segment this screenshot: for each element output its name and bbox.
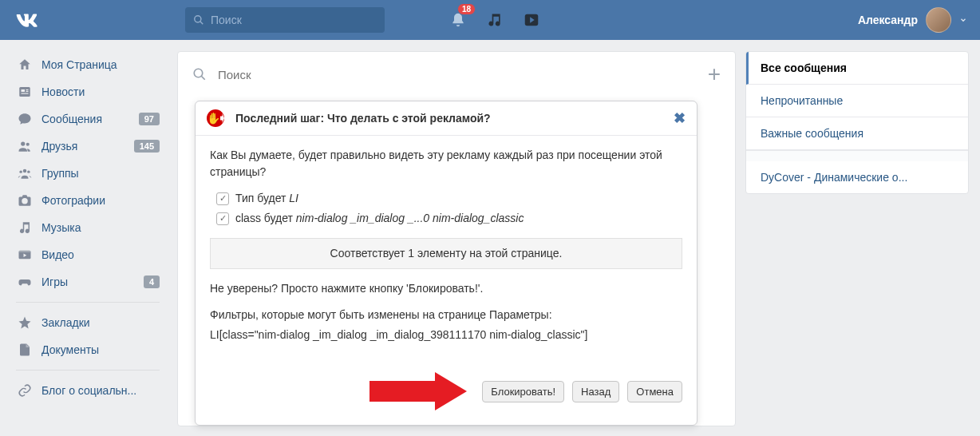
news-icon xyxy=(16,83,34,101)
dialog-header: ✋ Последний шаг: Что делать с этой рекла… xyxy=(196,101,697,136)
sidebar-badge: 4 xyxy=(144,275,160,288)
sidebar-item-bookmarks[interactable]: Закладки xyxy=(8,309,168,336)
svg-point-8 xyxy=(21,141,25,145)
sidebar-item-messages[interactable]: Сообщения 97 xyxy=(8,105,168,133)
sidebar-item-label: Закладки xyxy=(41,316,90,329)
user-name: Александр xyxy=(858,14,918,26)
dialog-checkbox-class[interactable]: ✓ class будет nim-dialog _im_dialog _...… xyxy=(216,210,682,227)
messages-icon xyxy=(16,110,34,128)
notifications-badge: 18 xyxy=(457,3,476,15)
link-icon xyxy=(16,382,34,399)
topbar-icons: 18 xyxy=(449,10,541,30)
home-icon xyxy=(16,56,34,73)
back-button[interactable]: Назад xyxy=(572,381,619,402)
music-icon[interactable] xyxy=(485,10,504,30)
dialog-filters-label: Фильтры, которые могут быть изменены на … xyxy=(210,307,682,323)
sidebar-item-blog[interactable]: Блог о социальн... xyxy=(8,377,168,404)
sidebar-item-label: Группы xyxy=(41,167,79,180)
sidebar-item-photos[interactable]: Фотографии xyxy=(8,187,168,214)
groups-icon xyxy=(16,164,34,182)
sidebar-badge: 145 xyxy=(134,140,160,153)
svg-rect-4 xyxy=(22,89,26,92)
sidebar-item-news[interactable]: Новости xyxy=(8,78,168,105)
chevron-down-icon xyxy=(959,16,967,24)
friends-icon xyxy=(16,137,34,155)
svg-point-13 xyxy=(23,200,26,203)
svg-point-9 xyxy=(26,143,30,146)
topbar-user[interactable]: Александр xyxy=(858,7,967,33)
sidebar-item-label: Моя Страница xyxy=(41,58,117,71)
dialog-title: Последний шаг: Что делать с этой рекламо… xyxy=(235,112,491,125)
tab-spacer xyxy=(746,150,968,161)
adblock-dialog: ✋ Последний шаг: Что делать с этой рекла… xyxy=(195,101,697,426)
checkbox-icon: ✓ xyxy=(216,212,229,225)
left-sidebar: Моя Страница Новости Сообщения 97 Друзья… xyxy=(8,51,168,426)
topbar-search-input[interactable] xyxy=(211,14,377,26)
dialog-filter-value: LI[class="nim-dialog _im_dialog _im_dial… xyxy=(210,327,682,343)
compose-button[interactable]: + xyxy=(708,63,721,85)
vk-logo[interactable] xyxy=(13,6,41,34)
svg-point-12 xyxy=(27,170,30,172)
tab-unread[interactable]: Непрочитанные xyxy=(746,85,968,117)
camera-icon xyxy=(16,192,34,209)
dialog-body: Как Вы думаете, будет правильно видеть э… xyxy=(196,136,697,372)
svg-rect-7 xyxy=(26,91,29,92)
dialog-footer: Блокировать! Назад Отмена xyxy=(196,372,697,425)
svg-rect-6 xyxy=(26,89,29,90)
document-icon xyxy=(16,341,34,359)
messages-filter-tabs: Все сообщения Непрочитанные Важные сообщ… xyxy=(745,51,969,194)
sidebar-divider xyxy=(16,370,160,371)
svg-point-16 xyxy=(194,69,203,77)
dialog-question: Как Вы думаете, будет правильно видеть э… xyxy=(210,147,682,180)
main-content: + ✋ Последний шаг: Что делать с этой рек… xyxy=(177,51,736,426)
sidebar-item-video[interactable]: Видео xyxy=(8,241,168,268)
svg-point-11 xyxy=(19,170,22,172)
star-icon xyxy=(16,314,34,331)
sidebar-item-my-page[interactable]: Моя Страница xyxy=(8,51,168,78)
top-bar: 18 Александр xyxy=(0,0,980,40)
dialog-close-button[interactable]: ✖ xyxy=(674,109,686,127)
topbar-search[interactable] xyxy=(185,7,385,33)
cancel-button[interactable]: Отмена xyxy=(627,381,682,402)
svg-rect-5 xyxy=(22,93,29,94)
dialog-unsure-text: Не уверены? Просто нажмите кнопку 'Блоки… xyxy=(210,280,682,297)
music-note-icon xyxy=(16,219,34,236)
tab-all-messages[interactable]: Все сообщения xyxy=(746,52,968,85)
arrow-annotation xyxy=(369,372,472,410)
checkbox-icon: ✓ xyxy=(216,192,229,205)
svg-point-0 xyxy=(195,16,201,22)
sidebar-item-documents[interactable]: Документы xyxy=(8,336,168,363)
dialog-match-info: Соответствует 1 элементу на этой страниц… xyxy=(210,238,682,269)
messages-search-input[interactable] xyxy=(218,68,708,81)
sidebar-item-label: Документы xyxy=(41,343,99,356)
tab-important[interactable]: Важные сообщения xyxy=(746,117,968,150)
notifications-icon[interactable]: 18 xyxy=(449,10,468,30)
search-icon xyxy=(192,67,207,81)
sidebar-badge: 97 xyxy=(139,113,160,125)
svg-line-17 xyxy=(201,76,205,80)
right-sidebar: Все сообщения Непрочитанные Важные сообщ… xyxy=(745,51,969,426)
sidebar-item-label: Сообщения xyxy=(41,113,102,125)
gamepad-icon xyxy=(16,273,34,291)
sidebar-item-label: Блог о социальн... xyxy=(41,384,136,397)
tab-dycover[interactable]: DyCover - Динамические о... xyxy=(746,161,968,193)
sidebar-item-games[interactable]: Игры 4 xyxy=(8,268,168,295)
sidebar-item-groups[interactable]: Группы xyxy=(8,160,168,187)
stop-icon: ✋ xyxy=(207,109,224,127)
video-icon xyxy=(16,246,34,264)
search-icon xyxy=(193,14,204,26)
sidebar-item-label: Друзья xyxy=(41,140,77,153)
sidebar-item-label: Новости xyxy=(41,85,85,98)
play-icon[interactable] xyxy=(522,10,541,30)
sidebar-item-music[interactable]: Музыка xyxy=(8,214,168,241)
sidebar-item-label: Фотографии xyxy=(41,194,105,207)
dialog-checkbox-type[interactable]: ✓ Тип будет LI xyxy=(216,190,682,207)
sidebar-item-friends[interactable]: Друзья 145 xyxy=(8,133,168,160)
avatar xyxy=(926,7,951,33)
sidebar-divider xyxy=(16,302,160,303)
svg-rect-15 xyxy=(19,251,31,252)
sidebar-item-label: Музыка xyxy=(41,221,81,234)
sidebar-item-label: Игры xyxy=(41,275,68,288)
block-button[interactable]: Блокировать! xyxy=(482,381,564,402)
svg-line-1 xyxy=(200,22,204,25)
